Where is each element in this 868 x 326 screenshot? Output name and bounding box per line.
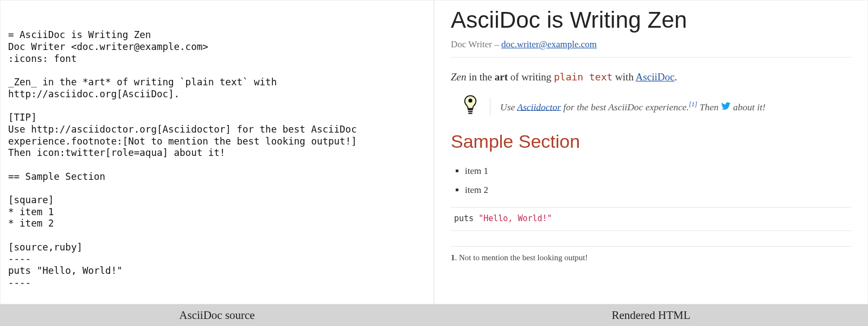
text: with	[612, 71, 635, 83]
art-strong: art	[495, 71, 508, 83]
footnotes: 1. Not to mention the best looking outpu…	[451, 246, 851, 264]
source-code-block: puts "Hello, World!"	[451, 207, 851, 231]
preamble-paragraph: Zen in the art of writing plain text wit…	[451, 70, 851, 85]
asciidoc-source-text: = AsciiDoc is Writing Zen Doc Writer <do…	[8, 29, 426, 289]
list-item: item 2	[465, 184, 851, 197]
doc-title: AsciiDoc is Writing Zen	[451, 4, 851, 37]
caption-right: Rendered HTML	[434, 304, 868, 326]
asciidoctor-link[interactable]: Asciidoctor	[517, 101, 561, 112]
svg-point-0	[468, 99, 472, 103]
doc-author-line: Doc Writer – doc.writer@example.com	[451, 38, 851, 58]
text: for the best AsciiDoc experience.	[561, 101, 689, 112]
caption-bar: AsciiDoc source Rendered HTML	[0, 304, 868, 326]
text: in the	[467, 71, 495, 83]
code-keyword: puts	[454, 214, 478, 223]
text: .	[674, 71, 677, 83]
render-pane: AsciiDoc is Writing Zen Doc Writer – doc…	[434, 0, 868, 304]
inline-code: plain text	[554, 71, 612, 83]
source-pane: = AsciiDoc is Writing Zen Doc Writer <do…	[0, 0, 434, 304]
list-item: item 1	[465, 165, 851, 178]
twitter-icon	[721, 101, 731, 112]
text: of writing	[508, 71, 554, 83]
split-panes: = AsciiDoc is Writing Zen Doc Writer <do…	[0, 0, 868, 304]
author-email-link[interactable]: doc.writer@example.com	[501, 39, 597, 49]
tip-admonition: Use Asciidoctor for the best AsciiDoc ex…	[451, 95, 851, 118]
zen-emphasis: Zen	[451, 71, 467, 83]
tip-separator	[490, 97, 490, 116]
footnote-sep: .	[455, 253, 459, 262]
lightbulb-icon	[463, 95, 478, 118]
section-heading: Sample Section	[451, 128, 851, 155]
caption-left: AsciiDoc source	[0, 304, 434, 326]
footnote-text: Not to mention the best looking output!	[459, 253, 588, 262]
footnote-number: 1	[451, 253, 455, 262]
footnote-ref-1[interactable]: [1]	[689, 101, 697, 108]
tip-content: Use Asciidoctor for the best AsciiDoc ex…	[500, 96, 851, 118]
code-string: "Hello, World!"	[478, 214, 552, 223]
asciidoc-link[interactable]: AsciiDoc	[636, 71, 675, 83]
text: Then	[697, 101, 721, 112]
text: about it!	[731, 101, 765, 112]
tip-icon-cell	[451, 95, 490, 118]
text: Use	[500, 101, 517, 112]
author-name: Doc Writer	[451, 39, 492, 49]
square-list: item 1 item 2	[451, 165, 851, 197]
author-separator: –	[492, 39, 501, 49]
